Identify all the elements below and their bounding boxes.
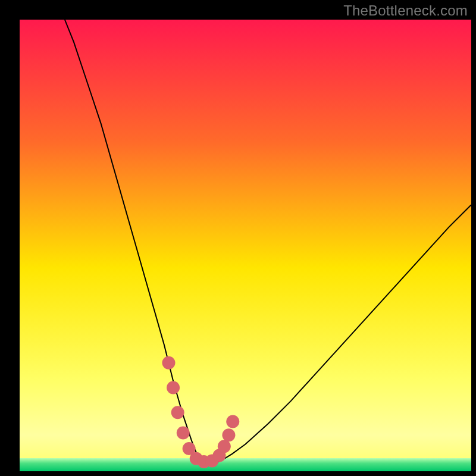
marker-dot <box>218 440 231 453</box>
marker-dot <box>226 415 239 428</box>
marker-dot <box>167 381 180 394</box>
watermark: TheBottleneck.com <box>343 2 468 19</box>
marker-dot <box>177 426 190 439</box>
plot-background <box>20 20 471 471</box>
marker-dot <box>171 406 184 419</box>
green-bottom-strip <box>20 458 471 471</box>
marker-dot <box>162 356 175 369</box>
chart-root: TheBottleneck.com <box>0 0 476 476</box>
chart-svg <box>0 0 476 476</box>
marker-dot <box>222 428 235 441</box>
